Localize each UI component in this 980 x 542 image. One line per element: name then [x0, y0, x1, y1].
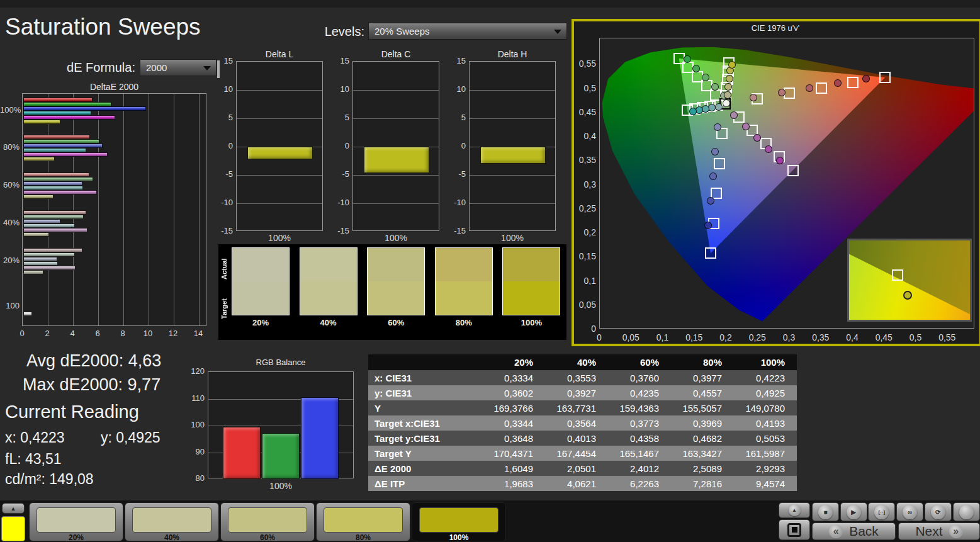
sample-button-100%[interactable]: 100% — [412, 502, 506, 541]
deltae-bar-80%-Yellow — [23, 157, 55, 161]
chart-title: Delta H — [469, 49, 556, 59]
measured-marker-blue — [714, 123, 721, 131]
transport-button-pattern-window[interactable]: [··] — [868, 502, 895, 521]
reading-x: x: 0,4223 — [5, 429, 65, 446]
back-button[interactable]: «Back — [812, 522, 896, 540]
play-icon: ▶ — [847, 505, 861, 519]
patch-label: 20% — [232, 318, 290, 327]
y-axis-tick-label: 90 — [183, 447, 205, 456]
deltae-bar-80%-Blue — [23, 144, 103, 148]
levels-dropdown[interactable]: 20% Sweeps — [368, 23, 567, 40]
patch-label: 60% — [367, 318, 425, 327]
measured-marker-green — [702, 74, 709, 81]
rgb-bar-green — [262, 433, 300, 479]
table-cell: 0,3977 — [670, 373, 733, 383]
measured-marker-yellow — [726, 75, 733, 82]
table-row-label: Target Y — [368, 448, 482, 459]
sample-button-20%[interactable]: 20% — [29, 502, 123, 541]
table-cell: 0,3602 — [482, 388, 544, 398]
measured-marker-blue — [711, 148, 719, 155]
measured-marker-magenta — [753, 134, 761, 142]
deltae-bar-100%-Cyan — [23, 111, 91, 115]
current-color-swatch — [1, 516, 25, 541]
target-color — [436, 281, 492, 315]
actual-color — [436, 248, 492, 281]
table-row: Target x:CIE310,33440,35640,37730,39690,… — [368, 415, 797, 431]
patch-swatch-100% — [502, 247, 560, 315]
next-button[interactable]: Next» — [898, 522, 980, 540]
y-axis-tick-label: -15 — [330, 226, 349, 235]
patch-label: 100% — [502, 318, 560, 327]
x-axis-tick-label: 0 — [14, 329, 30, 338]
target-marker-red — [847, 77, 859, 88]
sample-swatch — [324, 507, 403, 533]
chart-title: DeltaE 2000 — [22, 82, 206, 92]
x-axis-tick-label: 0,4 — [840, 332, 865, 342]
table-row-label: ΔE ITP — [368, 478, 482, 489]
transport-button-blank[interactable] — [953, 502, 980, 521]
table-cell: 0,3927 — [544, 388, 607, 398]
rgb-bar-red — [223, 427, 261, 479]
rgb-balance-chart: RGB Balance1201101009080100% — [183, 356, 365, 492]
deltae-bar-60%-Green — [23, 177, 93, 181]
y-axis-tick-label: 0,3 — [574, 179, 596, 189]
sample-button-40%[interactable]: 40% — [125, 502, 219, 541]
cie-plot-area — [599, 38, 974, 329]
y-axis-tick-label: 80 — [183, 473, 205, 483]
deltae-bar-100%-Green — [23, 102, 111, 106]
samples-scroll-up-button[interactable]: ▲ — [2, 503, 25, 514]
patch-swatch-60% — [367, 247, 425, 315]
deltae-bar-20%-Magenta — [23, 266, 76, 270]
deltae-bar-20%-Yellow — [23, 270, 43, 274]
table-cell: 0,3334 — [482, 373, 544, 383]
transport-button-play[interactable]: ▶ — [840, 502, 867, 521]
deltae-bar-60%-Red — [23, 172, 89, 177]
grid-line — [199, 94, 200, 325]
deltae-bar-20%-Red — [23, 248, 82, 252]
y-axis-tick-label: 0,05 — [574, 300, 596, 310]
levels-value: 20% Sweeps — [375, 26, 430, 37]
x-axis-tick-label: 6 — [90, 329, 105, 338]
table-header-cell: 80% — [670, 357, 733, 368]
deltae-bar-40%-Green — [23, 215, 84, 219]
cie-1976-panel: CIE 1976 u'v'00,050,10,150,20,250,30,350… — [572, 19, 980, 346]
table-cell: 0,4235 — [607, 388, 670, 398]
de-formula-dropdown[interactable]: 2000 — [140, 59, 217, 76]
y-axis-tick-label: -10 — [214, 198, 233, 207]
pattern-window-button[interactable] — [779, 519, 810, 540]
y-axis-tick-label: 15 — [330, 56, 349, 65]
meter-scroll-up-button[interactable]: ▲ — [779, 502, 810, 518]
inset-outside-gamut — [849, 240, 970, 320]
table-cell: 1,6049 — [482, 463, 544, 474]
deltae-bar-40%-Red — [23, 210, 86, 215]
deltae-bar-60%-Blue — [23, 181, 82, 186]
y-axis-tick-label: -5 — [214, 169, 233, 179]
sample-button-60%[interactable]: 60% — [220, 502, 315, 541]
delta-l-chart: Delta L151050-5-10-15100% — [214, 49, 327, 244]
table-cell: 165,1467 — [607, 448, 670, 459]
y-axis-tick-label: -5 — [447, 169, 466, 179]
deltae-bar-100-Red — [23, 312, 32, 316]
next-button-label: Next — [915, 524, 942, 539]
sample-button-80%[interactable]: 80% — [316, 502, 410, 541]
grid-line — [98, 94, 99, 325]
grid-line — [353, 175, 439, 176]
measured-marker-green — [684, 55, 691, 63]
transport-button-loop[interactable]: ∞ — [896, 502, 923, 521]
table-cell: 2,9293 — [733, 463, 796, 474]
delta_c-plot-area — [352, 61, 439, 231]
table-cell: 0,5053 — [733, 433, 796, 444]
chart-title: CIE 1976 u'v' — [574, 23, 977, 33]
x-axis-tick-label: 4 — [65, 329, 80, 338]
y-axis-tick-label: 110 — [183, 393, 205, 403]
transport-button-stop[interactable]: ■ — [812, 502, 839, 521]
measured-marker-red — [750, 94, 757, 101]
y-axis-tick-label: 10 — [447, 84, 466, 94]
sample-swatch — [37, 507, 116, 533]
de-formula-value: 2000 — [146, 62, 167, 73]
y-axis-tick-label: 0,25 — [574, 203, 596, 213]
table-cell: 0,3564 — [544, 418, 607, 429]
y-axis-group-label: 80% — [0, 142, 20, 152]
grid-line — [149, 94, 149, 325]
transport-button-refresh[interactable]: ⟳ — [925, 502, 952, 521]
